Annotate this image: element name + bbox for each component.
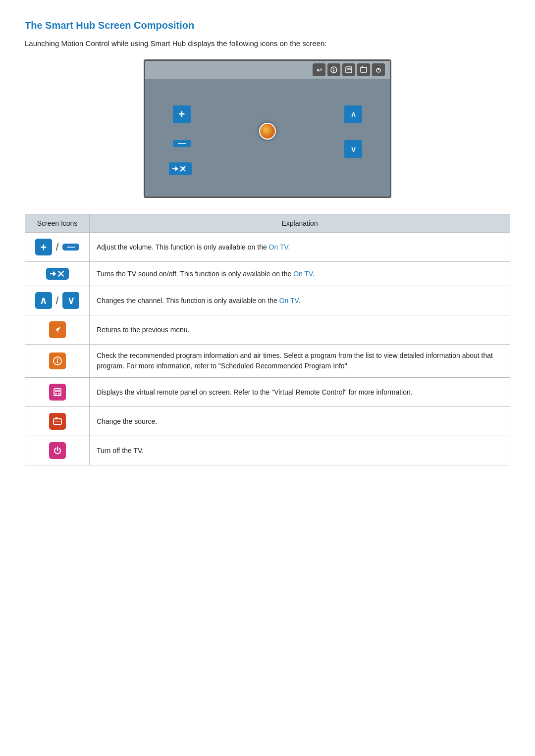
table-header-explanation: Explanation xyxy=(90,214,510,233)
on-tv-link-vol[interactable]: On TV xyxy=(269,243,288,251)
source-icon-box xyxy=(49,413,66,430)
info-icon-box xyxy=(49,353,66,369)
svg-marker-10 xyxy=(175,166,178,171)
ch-down-screen-icon: ∨ xyxy=(344,140,362,158)
svg-rect-4 xyxy=(347,68,351,70)
svg-rect-26 xyxy=(55,417,57,419)
vol-minus-icon: — xyxy=(62,244,79,251)
icon-cell-source xyxy=(25,407,90,436)
icon-separator: / xyxy=(56,293,59,308)
icon-cell-remote xyxy=(25,378,90,407)
svg-rect-5 xyxy=(361,67,367,72)
tv-return-icon: ↩ xyxy=(313,63,325,76)
explanation-power: Turn off the TV. xyxy=(90,436,510,465)
return-icon-box xyxy=(49,321,66,338)
ch-up-icon: ∧ xyxy=(35,292,52,309)
vol-plus-icon: + xyxy=(35,239,52,255)
tv-illustration: ↩ xyxy=(25,59,510,198)
icon-cell-return xyxy=(25,315,90,345)
explanation-return: Returns to the previous menu. xyxy=(90,315,510,345)
svg-marker-15 xyxy=(53,271,56,277)
explanation-vol: Adjust the volume. This function is only… xyxy=(90,233,510,262)
icon-separator: / xyxy=(56,240,59,254)
icon-cell-power xyxy=(25,436,90,465)
ch-down-icon: ∨ xyxy=(62,292,79,309)
svg-text:◄: ◄ xyxy=(181,165,185,170)
tv-screen: ↩ xyxy=(144,59,391,198)
icon-cell-ch: ∧ / ∨ xyxy=(25,286,90,315)
tv-source-icon xyxy=(357,63,370,76)
table-row: Turns the TV sound on/off. This function… xyxy=(25,262,510,286)
on-tv-link-ch[interactable]: On TV xyxy=(279,297,299,304)
table-row: Returns to the previous menu. xyxy=(25,315,510,345)
explanation-info: Check the recommended program informatio… xyxy=(90,345,510,378)
mute-icon-box xyxy=(46,268,69,280)
power-icon-box xyxy=(49,442,66,459)
tv-power-icon xyxy=(372,63,385,76)
mute-screen-icon: ◄ xyxy=(169,162,192,175)
table-row: ∧ / ∨ Changes the channel. This function… xyxy=(25,286,510,315)
vol-plus-screen-icon: + xyxy=(173,105,191,123)
icons-table: Screen Icons Explanation + / — Adjust th… xyxy=(25,214,510,465)
svg-rect-2 xyxy=(333,70,334,72)
icon-cell-mute xyxy=(25,262,90,286)
icon-cell-vol: + / — xyxy=(25,233,90,262)
vol-minus-screen-icon: — xyxy=(173,140,191,147)
remote-icon-box xyxy=(49,384,66,401)
svg-point-19 xyxy=(56,358,58,360)
table-header-icons: Screen Icons xyxy=(25,214,90,233)
cursor-dot xyxy=(259,123,276,140)
tv-info-icon xyxy=(327,63,340,76)
table-row: Turn off the TV. xyxy=(25,436,510,465)
tv-remote-icon xyxy=(342,63,355,76)
svg-rect-22 xyxy=(55,390,60,392)
svg-rect-20 xyxy=(57,360,58,363)
svg-rect-6 xyxy=(362,66,363,68)
table-row: Displays the virtual remote panel on scr… xyxy=(25,378,510,407)
svg-point-1 xyxy=(333,68,334,69)
page-title: The Smart Hub Screen Composition xyxy=(25,20,510,31)
table-row: + / — Adjust the volume. This function i… xyxy=(25,233,510,262)
explanation-remote: Displays the virtual remote panel on scr… xyxy=(90,378,510,407)
tv-top-bar: ↩ xyxy=(145,61,390,79)
icon-cell-info xyxy=(25,345,90,378)
table-row: Check the recommended program informatio… xyxy=(25,345,510,378)
on-tv-link-mute[interactable]: On TV xyxy=(293,270,313,278)
svg-rect-23 xyxy=(55,393,57,395)
table-row: Change the source. xyxy=(25,407,510,436)
intro-paragraph: Launching Motion Control while using Sma… xyxy=(25,39,510,48)
explanation-ch: Changes the channel. This function is on… xyxy=(90,286,510,315)
explanation-source: Change the source. xyxy=(90,407,510,436)
ch-up-screen-icon: ∧ xyxy=(344,105,362,123)
svg-rect-24 xyxy=(58,393,60,395)
explanation-mute: Turns the TV sound on/off. This function… xyxy=(90,262,510,286)
